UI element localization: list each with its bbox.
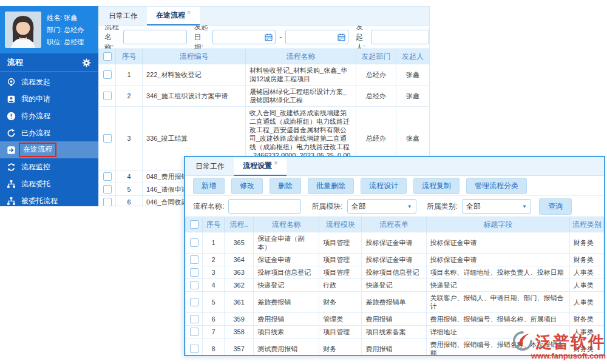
window2-table-area: 序号流程..流程名称流程模块流程表单标题字段流程类别1365保证金申请（副本）项…: [185, 217, 604, 355]
cell-code: 358: [225, 326, 254, 339]
tab-label: 流程设置: [243, 161, 272, 171]
cell-name2: 投标项目信息登记: [254, 266, 319, 279]
column-header: 发起人: [396, 49, 430, 64]
table-row: 1365保证金申请（副本）项目管理投标保证金申请投标保证金申请财务类: [186, 232, 604, 254]
row-checkbox-cell: [186, 339, 203, 356]
cell-title: 快递登记: [426, 279, 569, 292]
column-header: 流程类别: [569, 217, 603, 232]
column-header: 发起部门: [356, 49, 396, 64]
cell-code: 357: [225, 339, 254, 356]
gear-icon[interactable]: [82, 58, 91, 67]
table-header-row: 序号流程..流程名称流程模块流程表单标题字段流程类别: [186, 217, 604, 232]
sidebar-item-in-transit[interactable]: 在途流程: [0, 141, 98, 158]
sidebar-header: 流程: [0, 53, 98, 72]
window1-tabbar: 日常工作在途流程×: [98, 7, 429, 25]
cell-seq: 7: [203, 326, 225, 339]
row-checkbox[interactable]: [190, 345, 198, 353]
column-header: 序号: [116, 49, 143, 64]
tab-label: 在途流程: [156, 10, 185, 21]
cell-module: 项目管理: [319, 266, 362, 279]
cell-cat: 人事类: [569, 292, 603, 313]
column-header: 流程名称: [254, 217, 319, 232]
sidebar-item-label: 流程发起: [21, 77, 50, 87]
sidebar-item-completed[interactable]: 已办流程: [0, 124, 98, 141]
cell-name: 材料验收登记_材料采购_张鑫_华润12城房建工程项目: [246, 64, 356, 86]
row-checkbox[interactable]: [103, 92, 112, 100]
row-checkbox-cell: [99, 86, 116, 107]
redo-icon: [7, 129, 16, 138]
select-all-checkbox[interactable]: [103, 52, 112, 61]
initiator-label: 发起人:: [356, 25, 367, 49]
sidebar-item-pending[interactable]: 待办流程: [0, 107, 98, 124]
sidebar-item-my-applications[interactable]: 我的申请: [0, 90, 98, 107]
table-row: 2364保证金申请项目管理投标保证金申请投标保证金申请财务类: [186, 254, 604, 266]
row-checkbox-cell: [99, 64, 116, 86]
row-checkbox-cell: [99, 196, 116, 206]
window2-toolbar: 新增修改删除批量删除流程设计流程复制管理流程分类: [185, 176, 604, 196]
row-checkbox[interactable]: [103, 185, 112, 194]
cell-module: 行政: [319, 279, 362, 292]
row-checkbox[interactable]: [190, 281, 198, 289]
row-checkbox[interactable]: [190, 238, 198, 247]
tab-daily-work[interactable]: 日常工作: [186, 157, 234, 175]
tab-daily-work[interactable]: 日常工作: [100, 7, 147, 25]
calendar-icon[interactable]: [265, 33, 273, 41]
table-row: 5361差旅费报销财务差旅费报销单关联客户、报销人、申请日期、部门、报销合计人事…: [186, 292, 604, 313]
cell-init: 张鑫: [396, 86, 430, 107]
process-copy-button[interactable]: 流程复制: [413, 178, 459, 194]
select-all-checkbox[interactable]: [190, 220, 198, 229]
calendar-icon[interactable]: [337, 33, 345, 41]
row-checkbox[interactable]: [190, 315, 198, 323]
table-row: 8357测试费用报销财务费用报销费用报销、报销编号、报销名称、本次报销金额财务类: [186, 339, 604, 356]
avatar-image: [5, 12, 41, 48]
row-checkbox-cell: [186, 279, 203, 292]
process-design-button[interactable]: 流程设计: [361, 178, 407, 194]
profile-field: 部门: 总经办: [47, 24, 84, 36]
row-checkbox-cell: [99, 183, 116, 196]
tab-process-settings[interactable]: 流程设置×: [234, 157, 287, 176]
cell-seq: 3: [116, 107, 143, 170]
row-checkbox[interactable]: [190, 298, 198, 306]
sidebar-item-delegated[interactable]: 被委托流程: [0, 192, 98, 206]
cell-code: 361: [225, 292, 254, 313]
sidebar-item-label: 在途流程: [19, 143, 56, 157]
initiator-input[interactable]: [371, 30, 429, 44]
row-checkbox[interactable]: [190, 255, 198, 264]
sidebar-menu: 流程发起我的申请待办流程已办流程在途流程流程监控流程委托被委托流程: [0, 72, 98, 206]
process-name-input[interactable]: [228, 199, 301, 214]
cell-name2: 项目线索: [254, 326, 319, 339]
sidebar-title: 流程: [7, 57, 23, 68]
tab-in-transit[interactable]: 在途流程×: [147, 7, 200, 25]
column-header: 标题字段: [426, 217, 569, 232]
sidebar-item-monitor[interactable]: 流程监控: [0, 158, 98, 175]
process-name-input[interactable]: [123, 30, 187, 44]
row-checkbox[interactable]: [190, 328, 198, 336]
row-checkbox[interactable]: [103, 198, 112, 206]
sidebar-item-label: 流程监控: [21, 162, 50, 172]
batch-delete-button[interactable]: 批量删除: [308, 178, 354, 194]
cell-seq: 2: [203, 254, 225, 266]
tab-close-icon[interactable]: ×: [274, 159, 277, 166]
add-button[interactable]: 新增: [193, 178, 225, 194]
row-checkbox[interactable]: [103, 172, 112, 181]
cell-title: 投标保证金申请: [426, 232, 569, 254]
row-checkbox-cell: [186, 254, 203, 266]
sidebar-item-initiate[interactable]: 流程发起: [0, 73, 98, 90]
delete-button[interactable]: 删除: [270, 178, 301, 194]
manage-category-button[interactable]: 管理流程分类: [466, 178, 527, 194]
profile-field: 职位: 总经理: [47, 36, 84, 48]
category-select[interactable]: 全部 ▼: [462, 199, 531, 214]
cell-seq: 1: [116, 64, 143, 86]
module-select[interactable]: 全部 ▼: [347, 199, 416, 214]
column-header: 序号: [203, 217, 225, 232]
row-checkbox[interactable]: [103, 134, 112, 143]
query-button[interactable]: 查询: [539, 198, 572, 215]
sidebar-item-delegate[interactable]: 流程委托: [0, 175, 98, 192]
row-checkbox[interactable]: [103, 70, 112, 79]
cell-dept: 总经办: [356, 64, 396, 86]
cell-code: 365: [225, 232, 254, 254]
tab-close-icon[interactable]: ×: [187, 8, 191, 16]
edit-button[interactable]: 修改: [231, 178, 263, 194]
row-checkbox[interactable]: [190, 268, 198, 277]
category-label: 所属类别:: [427, 201, 458, 212]
